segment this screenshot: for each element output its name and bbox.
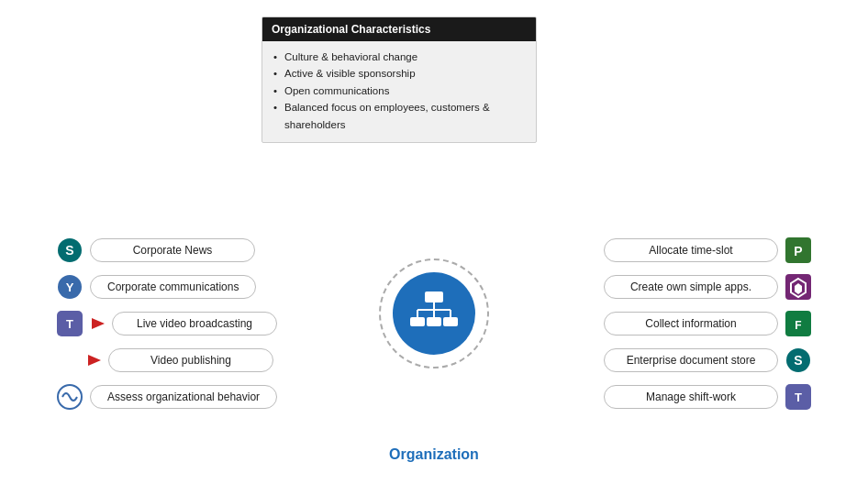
- left-item-corporate-comms: Y Corporate communications: [55, 272, 367, 302]
- bullet-2: Active & visible sponsorship: [273, 65, 525, 82]
- right-item-manage-shift: Manage shift-work T: [501, 382, 813, 412]
- center-circle: [379, 258, 489, 368]
- corporate-comms-pill: Corporate communications: [90, 275, 256, 299]
- svg-text:T: T: [795, 390, 802, 404]
- collect-info-pill: Collect information: [604, 312, 778, 336]
- info-box: Organizational Characteristics Culture &…: [262, 16, 537, 143]
- video-publishing-pill: Video publishing: [108, 348, 273, 372]
- live-video-pill: Live video broadcasting: [112, 312, 277, 336]
- svg-text:S: S: [794, 353, 802, 368]
- forms-icon: F: [784, 309, 813, 338]
- bullet-4: Balanced focus on employees, customers &…: [273, 99, 525, 133]
- right-items: Allocate time-slot P Create own simple a…: [501, 170, 813, 468]
- enterprise-docs-pill: Enterprise document store: [604, 348, 778, 372]
- svg-text:F: F: [795, 319, 801, 332]
- svg-rect-16: [427, 317, 441, 326]
- info-box-body: Culture & behavioral change Active & vis…: [262, 41, 536, 142]
- allocate-time-pill: Allocate time-slot: [604, 238, 778, 262]
- svg-rect-17: [443, 317, 458, 326]
- sharepoint-icon: S: [55, 236, 84, 265]
- info-box-header: Organizational Characteristics: [262, 17, 536, 41]
- svg-rect-9: [425, 292, 443, 302]
- right-item-allocate-time: Allocate time-slot P: [501, 236, 813, 265]
- svg-text:Y: Y: [66, 280, 74, 294]
- main-container: Organizational Characteristics Culture &…: [0, 0, 868, 495]
- create-apps-pill: Create own simple apps.: [604, 275, 778, 299]
- org-label: Organization: [389, 446, 479, 463]
- center-circle-inner: [393, 272, 475, 355]
- teams2-icon: T: [784, 382, 813, 412]
- right-item-create-apps: Create own simple apps.: [501, 272, 813, 302]
- planner-icon: P: [784, 236, 813, 265]
- svg-marker-6: [92, 318, 105, 329]
- right-item-collect-info: Collect information F: [501, 309, 813, 338]
- org-chart-icon: [408, 288, 460, 339]
- yammer-icon: Y: [55, 272, 84, 302]
- manage-shift-pill: Manage shift-work: [604, 385, 778, 409]
- left-items: S Corporate News Y Corporate communicati…: [55, 170, 367, 468]
- corporate-news-pill: Corporate News: [90, 238, 255, 262]
- diagram-area: S Corporate News Y Corporate communicati…: [55, 170, 813, 468]
- viva-icon: [55, 382, 84, 412]
- assess-org-pill: Assess organizational behavior: [90, 385, 277, 409]
- stream-placeholder: [55, 346, 81, 375]
- bullet-3: Open communications: [273, 82, 525, 99]
- svg-marker-7: [88, 355, 101, 366]
- bullet-1: Culture & behavioral change: [273, 49, 525, 65]
- svg-text:S: S: [65, 243, 73, 258]
- right-item-enterprise-docs: Enterprise document store S: [501, 346, 813, 375]
- left-item-corporate-news: S Corporate News: [55, 236, 367, 265]
- stream-arrow-2: [86, 352, 103, 368]
- svg-text:T: T: [66, 317, 73, 331]
- left-item-video-publishing: Video publishing: [55, 346, 367, 375]
- sharepoint2-icon: S: [784, 346, 813, 375]
- svg-rect-15: [410, 317, 425, 326]
- left-item-assess-org: Assess organizational behavior: [55, 382, 367, 412]
- teams-icon: T: [55, 309, 84, 338]
- svg-text:P: P: [794, 244, 802, 258]
- left-item-live-video: T Live video broadcasting: [55, 309, 367, 338]
- info-box-list: Culture & behavioral change Active & vis…: [273, 49, 525, 133]
- stream-arrow-1: [90, 315, 106, 332]
- powerapps-icon: [784, 272, 813, 302]
